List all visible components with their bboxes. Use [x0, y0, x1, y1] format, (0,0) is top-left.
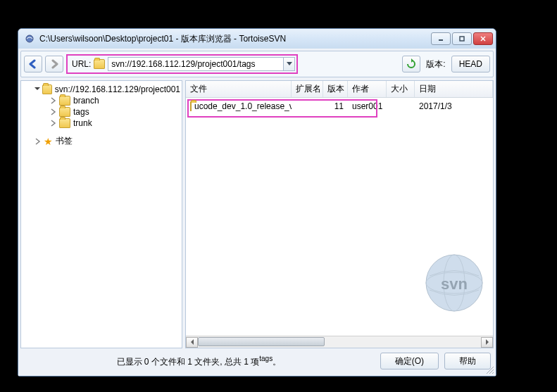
horizontal-scrollbar[interactable] — [186, 336, 493, 348]
expand-icon[interactable] — [49, 108, 58, 116]
toolbar: URL: 版本: HEAD — [20, 51, 494, 77]
collapse-icon[interactable] — [34, 85, 41, 94]
cell-date: 2017/1/3 — [415, 99, 493, 113]
folder-icon — [190, 101, 192, 111]
col-file[interactable]: 文件 — [186, 81, 292, 97]
maximize-button[interactable] — [452, 32, 472, 45]
folder-icon — [42, 84, 52, 94]
list-header: 文件 扩展名 版本 作者 大小 日期 — [186, 81, 493, 98]
forward-button[interactable] — [45, 56, 63, 72]
expand-icon[interactable] — [49, 96, 58, 105]
tree-label: trunk — [73, 118, 92, 128]
scroll-thumb[interactable] — [198, 337, 325, 346]
tree-label: branch — [73, 96, 99, 106]
version-label: 版本: — [426, 58, 445, 70]
cell-rev: 11 — [323, 99, 348, 113]
col-size[interactable]: 大小 — [387, 81, 415, 97]
ok-button[interactable]: 确定(O) — [380, 353, 439, 369]
main-window: C:\Users\wilsoon\Desktop\project01 - 版本库… — [18, 28, 496, 377]
cell-ext — [292, 99, 323, 113]
list-row[interactable]: ucode_dev_1.0_release_v001 11 user001 20… — [186, 98, 493, 115]
head-button[interactable]: HEAD — [451, 56, 490, 72]
tree-item-tags[interactable]: tags — [23, 106, 180, 118]
folder-icon — [59, 107, 70, 117]
svg-rect-2 — [460, 37, 464, 41]
expand-icon[interactable] — [34, 137, 42, 146]
list-body[interactable]: ucode_dev_1.0_release_v001 11 user001 20… — [186, 98, 493, 336]
url-highlight: URL: — [66, 54, 298, 74]
folder-icon — [59, 96, 70, 106]
folder-icon — [94, 59, 105, 69]
col-date[interactable]: 日期 — [415, 81, 493, 97]
tree-root[interactable]: svn://192.168.112.129/project001 — [23, 84, 180, 95]
star-icon: ★ — [44, 136, 53, 147]
tree-bookmarks[interactable]: ★ 书签 — [23, 134, 180, 148]
svn-logo: svn — [423, 251, 486, 315]
status-text: 已显示 0 个文件和 1 文件夹, 总共 1 项tags。 — [23, 355, 375, 368]
scroll-left-icon[interactable] — [186, 337, 198, 348]
scroll-right-icon[interactable] — [481, 337, 493, 348]
list-panel: 文件 扩展名 版本 作者 大小 日期 ucode_dev_1.0_release… — [185, 80, 494, 348]
tree-item-trunk[interactable]: trunk — [23, 118, 180, 129]
file-name: ucode_dev_1.0_release_v001 — [194, 101, 292, 111]
col-rev[interactable]: 版本 — [323, 81, 348, 97]
cell-size — [387, 99, 415, 113]
minimize-button[interactable] — [431, 32, 451, 45]
folder-icon — [59, 118, 70, 128]
status-bar: 已显示 0 个文件和 1 文件夹, 总共 1 项tags。 确定(O) 帮助 — [20, 348, 494, 374]
scroll-track[interactable] — [198, 336, 481, 348]
refresh-button[interactable] — [402, 56, 420, 72]
svg-line-11 — [492, 372, 494, 374]
close-button[interactable] — [473, 32, 493, 45]
resize-grip-icon[interactable] — [484, 365, 494, 374]
url-dropdown[interactable] — [284, 57, 295, 71]
svg-text:svn: svn — [441, 275, 468, 293]
tree-root-label: svn://192.168.112.129/project001 — [55, 84, 180, 94]
titlebar[interactable]: C:\Users\wilsoon\Desktop\project01 - 版本库… — [18, 29, 496, 49]
url-label: URL: — [72, 59, 91, 69]
window-title: C:\Users\wilsoon\Desktop\project01 - 版本库… — [39, 33, 431, 45]
col-ext[interactable]: 扩展名 — [292, 81, 323, 97]
tree-item-branch[interactable]: branch — [23, 95, 180, 106]
tree-label: tags — [73, 107, 89, 117]
bookmarks-label: 书签 — [56, 135, 73, 147]
app-icon — [24, 33, 35, 44]
cell-author: user001 — [348, 99, 387, 113]
url-input[interactable] — [108, 57, 284, 71]
col-author[interactable]: 作者 — [348, 81, 387, 97]
back-button[interactable] — [24, 56, 42, 72]
tree-panel[interactable]: svn://192.168.112.129/project001 branch … — [20, 80, 182, 348]
expand-icon[interactable] — [49, 119, 58, 127]
